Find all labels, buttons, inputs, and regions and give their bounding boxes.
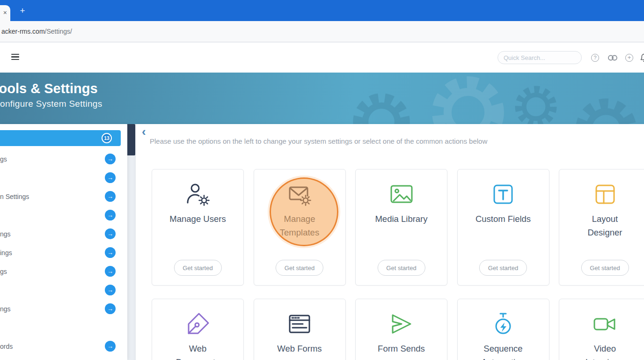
sidebar-item-label: ings	[0, 243, 12, 262]
card-icon	[185, 181, 211, 207]
sidebar-active-item[interactable]: 13	[0, 130, 121, 146]
get-started-button[interactable]: Get started	[377, 260, 425, 276]
add-icon[interactable]: +	[625, 54, 633, 62]
card-icon	[592, 311, 618, 337]
card-title: Custom Fields	[476, 212, 531, 226]
arrow-icon[interactable]: →	[105, 191, 116, 202]
url-domain: acker-rms.com	[1, 28, 45, 35]
card-title: Video Interviews	[575, 342, 635, 360]
sidebar-item[interactable]: gs →	[0, 150, 127, 169]
help-icon[interactable]: ?	[591, 54, 599, 62]
card-icon	[490, 311, 516, 337]
main-panel: ‹ Please use the options on the left to …	[136, 124, 644, 360]
sidebar-item[interactable]: ings →	[0, 243, 127, 262]
settings-sidebar: 13 gs → → n Settings → → ngs → ings → gs…	[0, 124, 127, 360]
card-title: Manage Templates	[270, 212, 329, 239]
page-title: Tools & Settings	[0, 81, 98, 96]
sidebar-item-label: ords	[0, 337, 13, 356]
action-card[interactable]: Form Sends Get started	[355, 299, 447, 360]
tab-close-icon[interactable]: ×	[3, 9, 7, 16]
sidebar-item-label: ngs	[0, 300, 11, 318]
gear-decoration	[346, 87, 417, 124]
browser-addressbar[interactable]: acker-rms.com/Settings/	[0, 21, 644, 42]
screen: × + acker-rms.com/Settings/ ? + Tools & …	[0, 0, 644, 360]
card-icon	[490, 181, 516, 207]
get-started-button[interactable]: Get started	[581, 260, 629, 276]
sidebar-item-label: gs	[0, 150, 7, 169]
card-title: Media Library	[375, 212, 427, 226]
arrow-icon[interactable]: →	[105, 228, 116, 239]
action-card[interactable]: Web Forms Get started	[254, 299, 346, 360]
gear-decoration	[510, 81, 562, 124]
action-card[interactable]: Web Documents Get started	[152, 299, 244, 360]
page-subtitle: Configure System Settings	[0, 99, 102, 109]
arrow-icon[interactable]: →	[105, 266, 116, 277]
notifications-bell-icon[interactable]	[639, 53, 644, 65]
action-card[interactable]: Layout Designer Get started	[559, 169, 644, 286]
sidebar-item-label: gs	[0, 262, 7, 281]
gear-decoration	[424, 73, 512, 124]
sidebar-item[interactable]: ngs →	[0, 225, 127, 243]
arrow-icon[interactable]: →	[105, 154, 116, 164]
arrow-icon[interactable]: →	[105, 210, 116, 220]
card-icon	[185, 311, 211, 337]
sidebar-item[interactable]: ngs →	[0, 300, 127, 318]
sidebar-item[interactable]: →	[0, 318, 127, 337]
count-badge: 13	[102, 133, 112, 143]
action-card[interactable]: Media Library Get started	[355, 169, 447, 286]
gear-decoration	[569, 91, 644, 124]
get-started-button[interactable]: Get started	[276, 260, 323, 276]
sidebar-item-label: ngs	[0, 225, 11, 243]
card-title: Form Sends	[378, 342, 425, 355]
sidebar-item-label: n Settings	[0, 187, 29, 206]
browser-tab[interactable]: ×	[0, 5, 10, 21]
new-tab-button[interactable]: +	[18, 6, 27, 15]
action-card[interactable]: Sequence Automation Get started	[457, 299, 549, 360]
arrow-icon[interactable]: →	[105, 285, 116, 295]
quick-search-input[interactable]	[498, 51, 582, 64]
sidebar-item[interactable]: →	[0, 169, 127, 187]
action-card[interactable]: Video Interviews Get started	[559, 299, 644, 360]
card-icon	[286, 311, 313, 337]
action-card-grid: Manage Users Get started Manage Template…	[136, 124, 644, 360]
browser-tabstrip: × +	[0, 0, 644, 21]
arrow-icon[interactable]: →	[105, 341, 116, 352]
link-icon[interactable]	[607, 54, 618, 63]
sidebar-item[interactable]: →	[0, 206, 127, 225]
sidebar-item[interactable]: →	[0, 281, 127, 300]
arrow-icon[interactable]: →	[105, 303, 116, 314]
card-icon	[286, 181, 313, 207]
sidebar-item[interactable]: ords →	[0, 337, 127, 356]
app-toolbar: ? +	[0, 43, 644, 73]
url-path: /Settings/	[45, 28, 72, 35]
card-icon	[388, 311, 415, 337]
card-title: Sequence Automation	[473, 342, 533, 360]
card-title: Web Forms	[277, 342, 322, 355]
card-title: Manage Users	[169, 212, 226, 226]
card-icon	[388, 181, 415, 207]
card-title: Layout Designer	[575, 212, 635, 239]
sidebar-item[interactable]: n Settings →	[0, 187, 127, 206]
card-title: Web Documents	[168, 342, 228, 360]
menu-icon[interactable]	[11, 54, 19, 60]
arrow-icon[interactable]: →	[105, 247, 116, 258]
get-started-button[interactable]: Get started	[479, 260, 527, 276]
sidebar-collapse-strip[interactable]	[127, 124, 135, 155]
hero-banner: Tools & Settings Configure System Settin…	[0, 73, 644, 124]
arrow-icon[interactable]: →	[105, 172, 116, 183]
url-text: acker-rms.com/Settings/	[1, 21, 72, 42]
get-started-button[interactable]: Get started	[174, 260, 221, 276]
action-card[interactable]: Custom Fields Get started	[457, 169, 549, 286]
sidebar-item-list: gs → → n Settings → → ngs → ings → gs → …	[0, 150, 127, 356]
action-card[interactable]: Manage Users Get started	[152, 169, 244, 286]
sidebar-item[interactable]: gs →	[0, 262, 127, 281]
card-icon	[592, 181, 618, 207]
action-card[interactable]: Manage Templates Get started	[254, 169, 346, 286]
